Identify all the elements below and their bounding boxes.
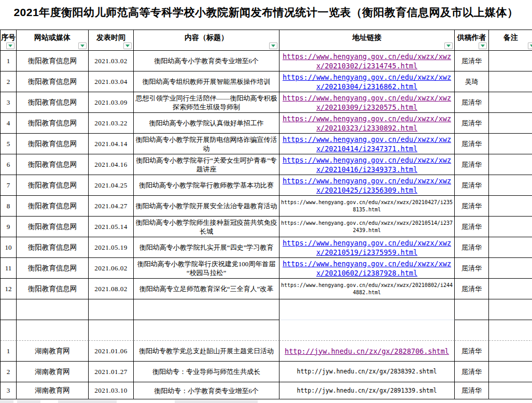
url-cell[interactable]: https://www.hengyang.gov.cn/edu/xwzx/xwz… — [279, 71, 455, 92]
serial-cell[interactable]: 3 — [1, 382, 17, 399]
serial-cell[interactable]: 1 — [1, 341, 17, 362]
author-cell[interactable]: 屈清华 — [455, 134, 489, 154]
content-cell[interactable]: 衡阳幼专：专业导师与师范生共成长 — [134, 362, 279, 382]
content-cell[interactable] — [134, 299, 279, 320]
media-cell[interactable]: 衡阳教育信息网 — [17, 196, 89, 217]
remark-cell[interactable] — [489, 196, 532, 217]
date-cell[interactable]: 2021.06.02 — [89, 258, 134, 279]
url-cell[interactable]: https://www.hengyang.gov.cn/edu/xwzx/xwz… — [279, 92, 455, 113]
url-link[interactable]: https://www.hengyang.gov.cn/edu/xwzx/xwz… — [279, 176, 454, 195]
url-cell[interactable] — [279, 299, 455, 320]
content-cell[interactable]: 衡阳幼专教学党总支赴韶山开展主题党日活动 — [134, 341, 279, 362]
remark-cell[interactable] — [489, 299, 532, 320]
content-cell[interactable]: 衡阳幼高专立足师范教育深化“三全育人”改革 — [134, 279, 279, 299]
media-cell[interactable]: 衡阳教育信息网 — [17, 258, 89, 279]
serial-cell[interactable]: 11 — [1, 258, 17, 279]
remark-cell[interactable] — [489, 382, 532, 399]
url-link[interactable]: https://www.hengyang.gov.cn/edu/xwzx/xwz… — [279, 52, 454, 70]
header-remark[interactable]: 备注 — [489, 30, 532, 51]
media-cell[interactable] — [17, 320, 89, 341]
remark-cell[interactable] — [489, 217, 532, 237]
author-cell[interactable]: 屈清华 — [455, 175, 489, 196]
content-cell[interactable]: 衡阳幼高专小教学院举行教师教学基本功比赛 — [134, 175, 279, 196]
url-link[interactable]: https://www.hengyang.gov.cn/edu/xwzx/xwz… — [279, 259, 454, 278]
content-cell[interactable]: 衡阳幼高专小教学院举行“关爱女生呵护青春”专题讲座 — [134, 154, 279, 175]
url-cell[interactable]: https://www.hengyang.gov.cn/edu/xwzx/xwz… — [279, 258, 455, 279]
remark-cell[interactable] — [489, 279, 532, 299]
author-cell[interactable]: 屈清华 — [455, 279, 489, 299]
serial-cell[interactable] — [1, 320, 17, 341]
media-cell[interactable]: 湖南教育网 — [17, 362, 89, 382]
filter-dropdown-icon[interactable] — [123, 42, 132, 49]
author-cell[interactable]: 屈清华 — [455, 217, 489, 237]
url-cell[interactable]: http://jyw.hnedu.cn/zx/gx/2828706.shtml — [279, 341, 455, 362]
author-cell[interactable]: 屈清华 — [455, 113, 489, 134]
serial-cell[interactable]: 4 — [1, 113, 17, 134]
header-date[interactable]: 发表时间 — [89, 30, 134, 51]
filter-dropdown-icon[interactable] — [78, 42, 87, 49]
author-cell[interactable] — [455, 299, 489, 320]
serial-cell[interactable]: 10 — [1, 237, 17, 258]
url-cell[interactable]: https://www.hengyang.gov.cn/edu/xwzx/xwz… — [279, 237, 455, 258]
media-cell[interactable]: 衡阳教育信息网 — [17, 134, 89, 154]
date-cell[interactable] — [89, 299, 134, 320]
content-cell[interactable]: 衡阳幼专：小学教育类专业增至6个 — [134, 382, 279, 399]
url-cell[interactable]: https://www.hengyang.gov.cn/edu/xwzx/xwz… — [279, 279, 455, 299]
serial-cell[interactable]: 5 — [1, 134, 17, 154]
url-link[interactable]: http://jyw.hnedu.cn/zx/gx/2828706.shtml — [279, 347, 454, 356]
url-link[interactable]: https://www.hengyang.gov.cn/edu/xwzx/xwz… — [279, 238, 454, 257]
content-cell[interactable]: 衡阳幼高专小教学院师生接种新冠疫苗共筑免疫长城 — [134, 217, 279, 237]
author-cell[interactable]: 屈清华 — [455, 92, 489, 113]
content-cell[interactable]: 衡阳幼高专小学教育类专业增至6个 — [134, 51, 279, 71]
content-cell[interactable]: 衡阳幼高专小教学院举行庆祝建党100周年首届“校园马拉松” — [134, 258, 279, 279]
url-link[interactable]: https://www.hengyang.gov.cn/edu/xwzx/xwz… — [279, 93, 454, 112]
url-cell[interactable]: https://www.hengyang.gov.cn/edu/xwzx/xwz… — [279, 154, 455, 175]
media-cell[interactable]: 湖南教育网 — [17, 341, 89, 362]
url-cell[interactable] — [279, 320, 455, 341]
media-cell[interactable]: 衡阳教育信息网 — [17, 279, 89, 299]
serial-cell[interactable]: 3 — [1, 92, 17, 113]
date-cell[interactable]: 2021.03.02 — [89, 51, 134, 71]
url-cell[interactable]: https://www.hengyang.gov.cn/edu/xwzx/xwz… — [279, 175, 455, 196]
media-cell[interactable]: 衡阳教育信息网 — [17, 175, 89, 196]
media-cell[interactable]: 衡阳教育信息网 — [17, 154, 89, 175]
header-content[interactable]: 内容（标题） — [134, 30, 279, 51]
header-serial[interactable]: 序号 — [1, 30, 17, 51]
media-cell[interactable] — [17, 299, 89, 320]
date-cell[interactable]: 2021.04.27 — [89, 196, 134, 217]
content-cell[interactable] — [134, 320, 279, 341]
author-cell[interactable]: 屈清华 — [455, 382, 489, 399]
remark-cell[interactable] — [489, 175, 532, 196]
remark-cell[interactable] — [489, 237, 532, 258]
remark-cell[interactable] — [489, 51, 532, 71]
remark-cell[interactable] — [489, 113, 532, 134]
media-cell[interactable]: 湖南教育网 — [17, 382, 89, 399]
date-cell[interactable]: 2021.01.06 — [89, 341, 134, 362]
date-cell[interactable]: 2021.04.25 — [89, 175, 134, 196]
content-cell[interactable]: 衡阳幼高专组织教师开展智能黑板操作培训 — [134, 71, 279, 92]
author-cell[interactable]: 屈清华 — [455, 154, 489, 175]
remark-cell[interactable] — [489, 341, 532, 362]
filter-dropdown-icon[interactable] — [479, 42, 487, 49]
date-cell[interactable]: 2021.04.14 — [89, 134, 134, 154]
serial-cell[interactable]: 7 — [1, 175, 17, 196]
date-cell[interactable]: 2021.03.10 — [89, 382, 134, 399]
url-cell[interactable]: https://www.hengyang.gov.cn/edu/xwzx/xwz… — [279, 134, 455, 154]
url-cell[interactable]: http://jyw.hnedu.cn/zx/gx/2891339.shtml — [279, 382, 455, 399]
serial-cell[interactable] — [1, 299, 17, 320]
remark-cell[interactable] — [489, 134, 532, 154]
remark-cell[interactable] — [489, 92, 532, 113]
serial-cell[interactable]: 9 — [1, 217, 17, 237]
date-cell[interactable]: 2021.08.02 — [89, 279, 134, 299]
serial-cell[interactable]: 2 — [1, 71, 17, 92]
remark-cell[interactable] — [489, 362, 532, 382]
url-cell[interactable]: https://www.hengyang.gov.cn/edu/xwzx/xwz… — [279, 217, 455, 237]
header-media[interactable]: 网站或媒体 — [17, 30, 89, 51]
author-cell[interactable]: 屈清华 — [455, 258, 489, 279]
url-cell[interactable]: https://www.hengyang.gov.cn/edu/xwzx/xwz… — [279, 113, 455, 134]
filter-dropdown-icon[interactable] — [269, 42, 277, 49]
serial-cell[interactable]: 1 — [1, 51, 17, 71]
date-cell[interactable]: 2021.05.14 — [89, 217, 134, 237]
filter-dropdown-icon[interactable] — [444, 42, 453, 49]
serial-cell[interactable]: 12 — [1, 279, 17, 299]
